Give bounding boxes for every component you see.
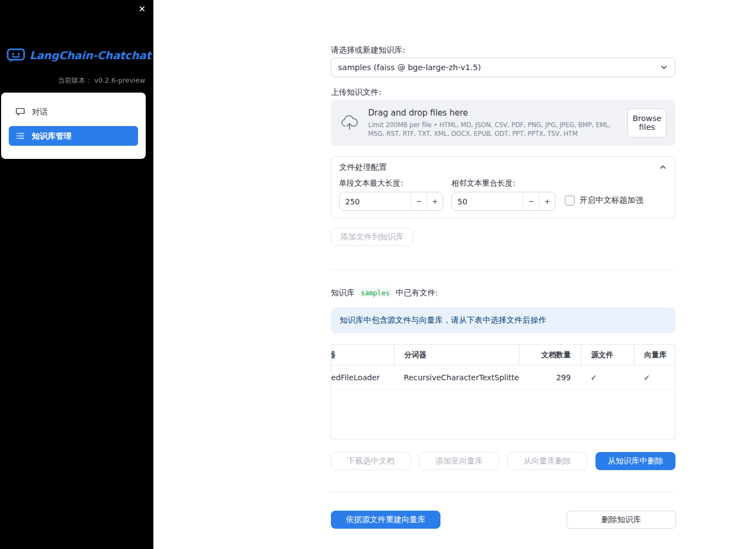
expander-title: 文件处理配置 — [339, 162, 387, 173]
column-header-source-file[interactable]: 源文件 — [581, 345, 634, 365]
divider — [331, 491, 675, 492]
delete-from-vector-store-button[interactable]: 从向量库删除 — [507, 452, 587, 470]
sidebar: ✕ LangChain-Chatchat 当前版本：v0.2.6-preview — [0, 0, 153, 549]
upload-label: 上传知识文件: — [331, 87, 381, 98]
decrement-button[interactable]: − — [523, 192, 539, 210]
cloud-upload-icon — [340, 115, 359, 131]
sidebar-item-dialogue[interactable]: 对话 — [9, 102, 138, 121]
app-logo: LangChain-Chatchat — [7, 48, 151, 63]
column-header-splitter[interactable]: 分词器 — [394, 345, 519, 365]
dropzone-limit: Limit 200MB per file • HTML, MD, JSON, C… — [368, 121, 627, 138]
decrement-button[interactable]: − — [411, 192, 427, 210]
increment-button[interactable]: + — [427, 192, 443, 210]
files-table[interactable]: 器 分词器 文档数量 源文件 向量库 redFileLoader Recursi… — [331, 344, 675, 439]
logo-text: LangChain-Chatchat — [30, 49, 151, 62]
divider — [331, 269, 675, 270]
add-files-to-kb-button[interactable]: 添加文件到知识库 — [331, 228, 413, 246]
max-length-value: 250 — [340, 192, 411, 210]
column-header-loader[interactable]: 器 — [331, 345, 394, 365]
chatbot-logo-icon — [7, 48, 25, 63]
main-content: 请选择或新建知识库: samples (faiss @ bge-large-zh… — [331, 0, 676, 549]
kb-selectbox[interactable]: samples (faiss @ bge-large-zh-v1.5) — [331, 58, 675, 77]
max-length-input[interactable]: 250 − + — [339, 192, 443, 211]
files-line-prefix: 知识库 — [331, 288, 355, 298]
rebuild-vector-store-button[interactable]: 依据源文件重建向量库 — [331, 511, 440, 529]
overlap-length-label: 相邻文本重合长度: — [451, 179, 516, 188]
file-dropzone[interactable]: Drag and drop files here Limit 200MB per… — [331, 100, 675, 146]
info-banner-text: 知识库中包含源文件与向量库，请从下表中选择文件后操作 — [340, 315, 546, 325]
version-value: v0.2.6-preview — [94, 76, 145, 84]
column-header-doc-count[interactable]: 文档数量 — [519, 345, 581, 365]
checkbox-label: 开启中文标题加强 — [580, 195, 643, 205]
version-text: 当前版本：v0.2.6-preview — [58, 76, 146, 85]
app-root: ✕ LangChain-Chatchat 当前版本：v0.2.6-preview — [0, 0, 756, 549]
cell-source-file-check: ✓ — [581, 365, 634, 389]
dropzone-texts: Drag and drop files here Limit 200MB per… — [368, 108, 627, 138]
files-line-suffix: 中已有文件: — [396, 288, 438, 298]
checkbox-icon[interactable] — [565, 196, 575, 205]
add-to-vector-store-button[interactable]: 添加至向量库 — [419, 452, 499, 470]
download-selected-button[interactable]: 下载选中文档 — [331, 452, 411, 470]
file-config-expander: 文件处理配置 单段文本最大长度: 250 − + 相邻文本重合长度: 50 − … — [331, 156, 675, 219]
table-row[interactable]: redFileLoader RecursiveCharacterTextSpli… — [331, 365, 675, 390]
chevron-down-icon — [660, 63, 668, 72]
kb-selectbox-value: samples (faiss @ bge-large-zh-v1.5) — [338, 63, 660, 72]
expander-header[interactable]: 文件处理配置 — [331, 157, 675, 178]
kb-select-label: 请选择或新建知识库: — [331, 45, 405, 55]
browse-files-button[interactable]: Browse files — [627, 108, 667, 138]
list-icon — [15, 131, 25, 141]
sidebar-menu: 对话 知识库管理 — [1, 93, 146, 159]
chevron-up-icon — [658, 163, 667, 171]
cell-doc-count: 299 — [519, 365, 581, 389]
kb-name-code: samples — [359, 288, 392, 298]
cell-splitter: RecursiveCharacterTextSplitter — [394, 365, 519, 389]
overlap-length-value: 50 — [452, 192, 523, 210]
version-label: 当前版本： — [58, 76, 93, 84]
close-icon[interactable]: ✕ — [139, 4, 146, 14]
zh-title-enhance-checkbox[interactable]: 开启中文标题加强 — [565, 195, 643, 205]
dropzone-title: Drag and drop files here — [368, 108, 627, 118]
delete-from-kb-button[interactable]: 从知识库中删除 — [595, 452, 675, 470]
chat-bubble-icon — [15, 107, 25, 117]
table-header-row: 器 分词器 文档数量 源文件 向量库 — [331, 345, 675, 365]
column-header-vector-store[interactable]: 向量库 — [634, 345, 675, 365]
increment-button[interactable]: + — [539, 192, 555, 210]
overlap-length-input[interactable]: 50 − + — [451, 192, 555, 211]
sidebar-item-label: 对话 — [32, 107, 48, 117]
sidebar-item-label: 知识库管理 — [32, 131, 72, 141]
cell-vector-store-check: ✓ — [634, 365, 675, 389]
sidebar-item-knowledge-base[interactable]: 知识库管理 — [9, 126, 138, 146]
cell-loader: redFileLoader — [331, 365, 394, 389]
delete-kb-button[interactable]: 删除知识库 — [566, 511, 676, 529]
existing-files-line: 知识库 samples 中已有文件: — [331, 288, 438, 298]
max-length-label: 单段文本最大长度: — [339, 179, 403, 188]
info-banner: 知识库中包含源文件与向量库，请从下表中选择文件后操作 — [331, 307, 675, 333]
